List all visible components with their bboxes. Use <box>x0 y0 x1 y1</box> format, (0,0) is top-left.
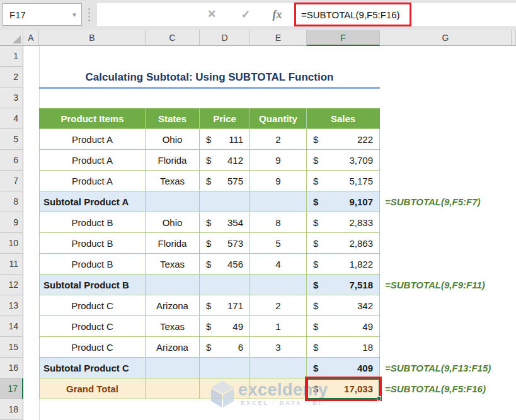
select-all-button[interactable] <box>0 30 23 46</box>
cell-state[interactable]: Florida <box>146 150 200 171</box>
row-header-7[interactable]: 7 <box>0 171 23 191</box>
cell-sales[interactable]: $18 <box>307 337 380 358</box>
cell-empty[interactable] <box>200 275 250 295</box>
column-header-g[interactable]: G <box>380 30 512 46</box>
cell-state[interactable]: Texas <box>146 316 200 337</box>
cell-product[interactable]: Product A <box>39 150 146 171</box>
cell-subtotal-sales[interactable]: $7,518 <box>307 275 380 295</box>
table-header-sales[interactable]: Sales <box>307 108 380 129</box>
cell-product[interactable]: Product C <box>39 316 146 337</box>
column-header-b[interactable]: B <box>39 30 146 46</box>
cell-quantity[interactable]: 8 <box>250 212 307 233</box>
table-header-states[interactable]: States <box>146 108 200 129</box>
annotation-grand-total[interactable]: =SUBTOTAL(9,F5:F16) <box>385 378 486 399</box>
cell-state[interactable]: Ohio <box>146 129 200 150</box>
cell-empty[interactable] <box>250 275 307 295</box>
row-header-14[interactable]: 14 <box>0 316 23 337</box>
table-header-product-items[interactable]: Product Items <box>39 108 146 129</box>
row-header-10[interactable]: 10 <box>0 233 23 254</box>
cell-empty[interactable] <box>146 275 200 295</box>
column-header-e[interactable]: E <box>250 30 307 46</box>
row-header-16[interactable]: 16 <box>0 358 23 378</box>
cell-sales[interactable]: $2,863 <box>307 233 380 254</box>
cell-subtotal-sales[interactable]: $409 <box>307 358 380 378</box>
cell-quantity[interactable]: 3 <box>250 337 307 358</box>
row-header-9[interactable]: 9 <box>0 212 23 233</box>
cell-quantity[interactable]: 2 <box>250 295 307 316</box>
row-header-13[interactable]: 13 <box>0 295 23 316</box>
cell-state[interactable]: Ohio <box>146 212 200 233</box>
cell-sales[interactable]: $2,833 <box>307 212 380 233</box>
cell-sales[interactable]: $1,822 <box>307 254 380 275</box>
row-header-5[interactable]: 5 <box>0 129 23 150</box>
cell-price[interactable]: $354 <box>200 212 250 233</box>
row-header-11[interactable]: 11 <box>0 254 23 275</box>
cell-price[interactable]: $456 <box>200 254 250 275</box>
row-header-8[interactable]: 8 <box>0 191 23 212</box>
cell-sales[interactable]: $3,709 <box>307 150 380 171</box>
cell-empty[interactable] <box>250 191 307 212</box>
cell-quantity[interactable]: 9 <box>250 150 307 171</box>
cell-product[interactable]: Product C <box>39 295 146 316</box>
row-header-2[interactable]: 2 <box>0 67 23 88</box>
cell-quantity[interactable]: 2 <box>250 129 307 150</box>
row-header-1[interactable]: 1 <box>0 46 23 67</box>
cell-quantity[interactable]: 4 <box>250 254 307 275</box>
cell-price[interactable]: $573 <box>200 233 250 254</box>
cell-quantity[interactable]: 5 <box>250 233 307 254</box>
row-header-6[interactable]: 6 <box>0 150 23 171</box>
table-header-price[interactable]: Price <box>200 108 250 129</box>
cell-sales[interactable]: $5,175 <box>307 171 380 191</box>
cell-state[interactable]: Arizona <box>146 295 200 316</box>
table-header-quantity[interactable]: Quantity <box>250 108 307 129</box>
cell-empty[interactable] <box>250 358 307 378</box>
column-header-c[interactable]: C <box>146 30 200 46</box>
cell-price[interactable]: $6 <box>200 337 250 358</box>
cell-subtotal-label[interactable]: Subtotal Product A <box>39 191 146 212</box>
cell-product[interactable]: Product B <box>39 212 146 233</box>
annotation-subtotal-c[interactable]: =SUBTOTAL(9,F13:F15) <box>385 358 491 378</box>
column-header-a[interactable]: A <box>23 30 39 46</box>
cell-subtotal-label[interactable]: Subtotal Product B <box>39 275 146 295</box>
cell-price[interactable]: $412 <box>200 150 250 171</box>
row-header-18[interactable]: 18 <box>0 399 23 420</box>
annotation-subtotal-a[interactable]: =SUBTOTAL(9,F5:F7) <box>385 191 481 212</box>
enter-icon[interactable]: ✓ <box>234 3 257 26</box>
cell-state[interactable]: Texas <box>146 171 200 191</box>
name-box[interactable]: F17 ▾ <box>3 3 82 26</box>
row-header-3[interactable]: 3 <box>0 88 23 108</box>
formula-input[interactable]: =SUBTOTAL(9,F5:F16) <box>294 3 411 26</box>
cell-state[interactable]: Florida <box>146 233 200 254</box>
cell-empty[interactable] <box>146 378 200 399</box>
cell-sales[interactable]: $49 <box>307 316 380 337</box>
selected-cell-f17[interactable] <box>307 378 380 399</box>
cell-price[interactable]: $575 <box>200 171 250 191</box>
cell-subtotal-label[interactable]: Subtotal Product C <box>39 358 146 378</box>
cell-price[interactable]: $49 <box>200 316 250 337</box>
cell-quantity[interactable]: 1 <box>250 316 307 337</box>
cell-product[interactable]: Product A <box>39 129 146 150</box>
cell-product[interactable]: Product A <box>39 171 146 191</box>
insert-function-icon[interactable]: fx <box>266 3 289 26</box>
row-header-17[interactable]: 17 <box>0 378 23 399</box>
cell-empty[interactable] <box>146 191 200 212</box>
row-header-4[interactable]: 4 <box>0 108 23 129</box>
cell-subtotal-sales[interactable]: $9,107 <box>307 191 380 212</box>
cell-empty[interactable] <box>200 191 250 212</box>
row-header-15[interactable]: 15 <box>0 337 23 358</box>
fill-handle[interactable] <box>377 396 381 400</box>
cell-empty[interactable] <box>200 358 250 378</box>
cell-quantity[interactable]: 9 <box>250 171 307 191</box>
column-header-d[interactable]: D <box>200 30 250 46</box>
sheet-title[interactable]: Calculating Subtotal: Using SUBTOTAL Fun… <box>39 67 380 87</box>
cell-empty[interactable] <box>146 358 200 378</box>
cell-grand-total-label[interactable]: Grand Total <box>39 378 146 399</box>
name-box-dropdown-icon[interactable]: ▾ <box>67 11 81 19</box>
cell-product[interactable]: Product B <box>39 233 146 254</box>
row-header-12[interactable]: 12 <box>0 275 23 295</box>
cell-state[interactable]: Arizona <box>146 337 200 358</box>
cell-sales[interactable]: $222 <box>307 129 380 150</box>
cell-price[interactable]: $111 <box>200 129 250 150</box>
cancel-icon[interactable]: ✕ <box>200 3 223 26</box>
column-header-f[interactable]: F <box>307 30 380 46</box>
